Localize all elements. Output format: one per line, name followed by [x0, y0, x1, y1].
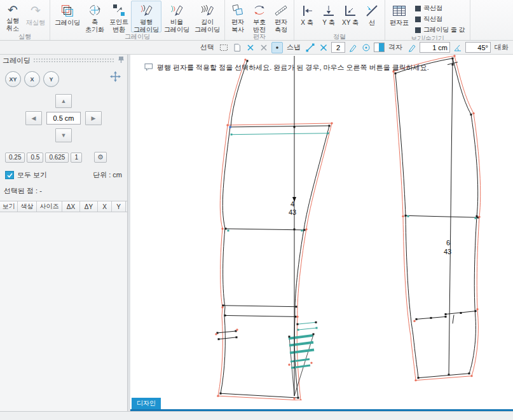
group-label-piece: 편자	[227, 32, 292, 41]
design-tab[interactable]: 디자인	[132, 398, 161, 409]
snap-target-button[interactable]	[360, 42, 372, 53]
align-x-axis-button[interactable]: X 축	[296, 1, 318, 32]
align-y-axis-icon	[321, 3, 336, 18]
grid-label: 격자	[388, 43, 402, 52]
col-header-y: Y	[112, 201, 126, 212]
group-label-align: 정렬	[296, 32, 383, 41]
pin-icon[interactable]	[118, 56, 125, 65]
status-bar	[0, 411, 513, 420]
select-label: 선택	[200, 43, 214, 52]
preset-1-button[interactable]: 1	[71, 152, 82, 163]
length-grading-icon	[200, 3, 215, 18]
pattern-canvas[interactable]: 4 43	[130, 55, 513, 400]
left-arrow-icon: ◀	[32, 115, 36, 121]
point-convert-button[interactable]: 포인트 변환	[107, 1, 131, 32]
instruction-hint: 평행 편자를 적용할 점을 선택하세요. 완료가 된 경우, 마우스 오른쪽 버…	[144, 63, 429, 72]
left-size-label: 4	[291, 200, 294, 208]
target-icon	[361, 43, 371, 53]
ribbon-group-run: ↶ 실행 취소 ↷ 재실행 실행	[0, 0, 50, 40]
ribbon-group-view: 편자표 곡선점 직선점 그레이딩 줄 값 보기/숨기기	[385, 0, 470, 40]
right-pattern-piece[interactable]: 6 43	[392, 55, 480, 381]
panel-title: 그레이딩	[3, 56, 31, 65]
angle-icon	[453, 43, 463, 53]
redo-label: 재실행	[26, 19, 45, 27]
undo-icon: ↶	[8, 4, 18, 16]
grid-angle-button[interactable]	[452, 42, 463, 53]
step-value-input[interactable]	[46, 112, 81, 125]
right-pattern-points[interactable]	[395, 57, 479, 379]
snap-line-icon	[305, 43, 315, 53]
marquee-select-button[interactable]	[218, 42, 229, 53]
axis-x-button[interactable]: X	[24, 71, 40, 87]
group-label-view: 보기/숨기기	[387, 34, 468, 41]
preset-0.5-button[interactable]: 0.5	[27, 152, 43, 163]
left-teal-points[interactable]	[228, 132, 329, 330]
grid-angle-input[interactable]	[465, 42, 491, 53]
snap-endpoint-button[interactable]	[304, 42, 316, 53]
points-table-body[interactable]	[0, 212, 127, 411]
redo-icon: ↷	[31, 4, 41, 17]
grading-button[interactable]: 그레이딩	[52, 1, 83, 32]
preset-settings-button[interactable]: ⚙	[94, 152, 107, 163]
sheet-tab-strip: 디자인	[130, 400, 513, 411]
delete-point-button[interactable]	[245, 42, 256, 53]
ratio-grading-icon	[169, 3, 184, 18]
straight-points-checkbox-icon	[415, 17, 421, 22]
snap-distance-input[interactable]	[331, 42, 345, 53]
nudge-right-button[interactable]: ▶	[85, 111, 102, 125]
ratio-grading-button[interactable]: 비율 그레이딩	[161, 1, 192, 32]
nudge-left-button[interactable]: ◀	[25, 111, 42, 125]
preset-0.25-button[interactable]: 0.25	[5, 152, 25, 163]
col-header-visible: 보기	[0, 201, 18, 212]
undo-button[interactable]: ↶ 실행 취소	[2, 1, 24, 32]
nudge-up-button[interactable]: ▲	[55, 94, 72, 108]
down-arrow-icon: ▼	[61, 132, 67, 139]
align-line-icon	[364, 3, 380, 18]
ribbon: ↶ 실행 취소 ↷ 재실행 실행 그레이딩 축	[0, 0, 513, 41]
toggle-straight-points[interactable]: 직선점	[415, 15, 465, 24]
point-mode-toggle[interactable]	[271, 42, 283, 53]
ribbon-group-grading: 그레이딩 축 초기화 포인트 변환 평행 그레이딩	[50, 0, 225, 40]
unit-label: 단위 : cm	[93, 170, 122, 180]
snap-pen-button[interactable]	[347, 42, 359, 53]
align-line-button[interactable]: 선	[361, 1, 383, 32]
axis-reset-icon	[87, 3, 102, 18]
selected-point-marker[interactable]	[229, 126, 231, 128]
points-table-header: 보기 색상 사이즈 ΔX ΔY X Y	[0, 201, 127, 212]
piece-measure-button[interactable]: 편자 측정	[270, 1, 292, 32]
drawing-canvas[interactable]: 평행 편자를 적용할 점을 선택하세요. 완료가 된 경우, 마우스 오른쪽 버…	[130, 55, 513, 411]
snap-intersection-button[interactable]	[318, 42, 329, 53]
grid-pen-button[interactable]	[406, 42, 418, 53]
toggle-curve-points[interactable]: 곡선점	[415, 4, 465, 13]
show-all-checkbox[interactable]	[5, 171, 14, 179]
piece-copy-button[interactable]: 편자 복사	[227, 1, 249, 32]
axis-y-button[interactable]: Y	[43, 71, 59, 87]
col-header-dx: ΔX	[62, 201, 80, 212]
axis-xy-button[interactable]: XY	[5, 71, 21, 87]
col-header-size: 사이즈	[37, 201, 62, 212]
nudge-down-button[interactable]: ▼	[55, 128, 72, 142]
ribbon-group-piece: 편자 복사 부호 반전 편자 측정 편자	[225, 0, 294, 40]
grid-size-input[interactable]	[420, 42, 450, 53]
panel-grip[interactable]	[33, 58, 115, 63]
grading-panel: 그레이딩 XY X Y ▲ ◀ ▶ ▼	[0, 55, 128, 411]
align-y-axis-button[interactable]: Y 축	[318, 1, 339, 32]
right-size-label: 6	[446, 240, 450, 247]
secondary-toolbar: 선택 스냅 격자 대화	[0, 41, 513, 55]
length-grading-button[interactable]: 길이 그레이딩	[192, 1, 222, 32]
piece-table-button[interactable]: 편자표	[387, 1, 411, 32]
toggle-grading-rule-values[interactable]: 그레이딩 줄 값	[415, 25, 465, 34]
preset-0.625-button[interactable]: 0.625	[45, 152, 69, 163]
redo-button[interactable]: ↷ 재실행	[24, 1, 48, 32]
align-xy-axis-button[interactable]: XY 축	[339, 1, 361, 32]
parallel-grading-button[interactable]: 평행 그레이딩	[131, 1, 161, 32]
color-swatch[interactable]	[374, 43, 385, 52]
point-dot-icon	[272, 43, 282, 53]
axis-reset-button[interactable]: 축 초기화	[83, 1, 107, 32]
left-pattern-piece[interactable]: 4 43	[215, 56, 332, 400]
new-page-button[interactable]	[231, 42, 243, 53]
clear-selection-button[interactable]	[258, 42, 270, 53]
align-xy-axis-icon	[343, 3, 358, 18]
dialog-label: 대화	[495, 43, 509, 52]
sign-invert-button[interactable]: 부호 반전	[249, 1, 270, 32]
